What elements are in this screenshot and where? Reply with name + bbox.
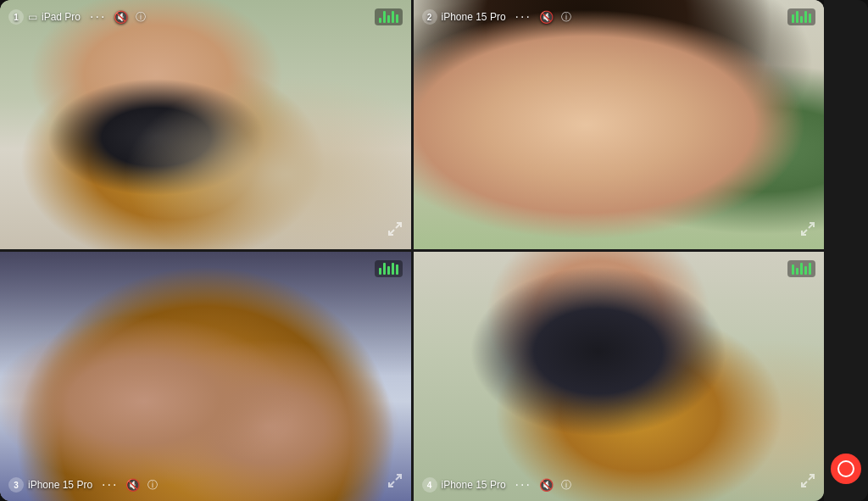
video-cell-1[interactable]: 1 ▭ iPad Pro ··· 🔇 ⓘ bbox=[0, 0, 411, 249]
video-cell-2[interactable]: 2 iPhone 15 Pro ··· 🔇 ⓘ bbox=[414, 0, 825, 249]
video-cell-4[interactable]: 4 iPhone 15 Pro ··· 🔇 ⓘ bbox=[414, 252, 825, 501]
record-button[interactable] bbox=[831, 454, 861, 484]
side-panel bbox=[824, 0, 868, 501]
cell-1-scene bbox=[0, 0, 411, 249]
grid-layout: 1 ▭ iPad Pro ··· 🔇 ⓘ bbox=[0, 0, 824, 501]
cell-3-scene bbox=[0, 252, 411, 501]
video-grid: 1 ▭ iPad Pro ··· 🔇 ⓘ bbox=[0, 0, 824, 501]
video-cell-3[interactable]: 3 iPhone 15 Pro ··· 🔇 ⓘ bbox=[0, 252, 411, 501]
main-container: 1 ▭ iPad Pro ··· 🔇 ⓘ bbox=[0, 0, 868, 501]
cell-4-scene bbox=[414, 252, 825, 501]
cell-2-scene bbox=[414, 0, 825, 249]
record-button-inner bbox=[837, 460, 854, 477]
